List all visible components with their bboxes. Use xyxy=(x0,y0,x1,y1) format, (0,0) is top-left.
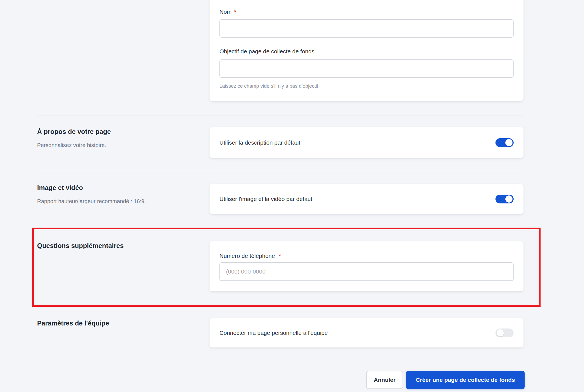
toggle-knob xyxy=(505,195,513,203)
media-section-title: Image et vidéo xyxy=(37,184,83,192)
goal-label-text: Objectif de page de collecte de fonds xyxy=(219,48,315,54)
connect-team-page-label: Connecter ma page personnelle à l'équipe xyxy=(219,330,328,336)
goal-field-label: Objectif de page de collecte de fonds xyxy=(219,48,315,55)
create-fundraising-page-form: Nom* Objectif de page de collecte de fon… xyxy=(0,0,584,392)
toggle-knob xyxy=(497,329,504,336)
about-settings-card: Utiliser la description par défaut xyxy=(210,127,524,158)
phone-field-label: Numéro de téléphone* xyxy=(219,252,281,260)
section-divider xyxy=(37,115,524,115)
create-fundraising-page-button[interactable]: Créer une page de collecte de fonds xyxy=(406,371,525,389)
goal-helper-text: Laissez ce champ vide s'il n'y a pas d'o… xyxy=(219,83,318,89)
name-label-text: Nom xyxy=(219,9,232,15)
use-default-description-label: Utiliser la description par défaut xyxy=(219,139,300,146)
team-section-title: Paramètres de l'équipe xyxy=(37,319,109,327)
use-default-media-toggle[interactable] xyxy=(495,195,514,203)
questions-section-title: Questions supplémentaires xyxy=(37,242,124,250)
media-settings-card: Utiliser l'image et la vidéo par défaut xyxy=(210,184,524,214)
connect-team-page-toggle[interactable] xyxy=(495,328,514,337)
cancel-button[interactable]: Annuler xyxy=(366,371,403,389)
about-section-subtitle: Personnalisez votre histoire. xyxy=(37,142,106,149)
name-input[interactable] xyxy=(219,19,514,38)
section-divider xyxy=(37,171,524,171)
use-default-media-label: Utiliser l'image et la vidéo par défaut xyxy=(219,196,312,202)
goal-input[interactable] xyxy=(219,59,514,78)
required-asterisk: * xyxy=(279,253,281,259)
page-details-card: Nom* Objectif de page de collecte de fon… xyxy=(210,0,524,101)
section-divider xyxy=(37,227,524,227)
use-default-description-toggle[interactable] xyxy=(495,138,514,147)
toggle-knob xyxy=(505,139,513,146)
name-field-label: Nom* xyxy=(219,8,236,15)
additional-questions-card: Numéro de téléphone* xyxy=(210,241,524,291)
phone-label-text: Numéro de téléphone xyxy=(219,253,275,259)
team-settings-card: Connecter ma page personnelle à l'équipe xyxy=(210,318,524,347)
media-section-subtitle: Rapport hauteur/largeur recommandé : 16:… xyxy=(37,198,146,205)
phone-input[interactable] xyxy=(219,262,514,281)
required-asterisk: * xyxy=(234,9,236,15)
about-section-title: À propos de votre page xyxy=(37,128,111,136)
section-divider xyxy=(37,305,524,305)
